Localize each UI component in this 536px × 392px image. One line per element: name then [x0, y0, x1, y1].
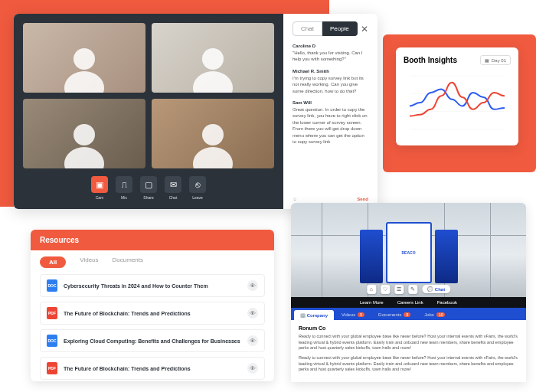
virtual-booth-panel: DEACO ⌂ ♡ ☰ ✎ 💬Chat Learn MoreCareers Li…	[291, 203, 526, 382]
resources-panel: Resources All Videos Documents DOCCybers…	[31, 230, 274, 381]
booth-insights-card: Booth Insights ▦Day 01	[396, 47, 518, 145]
booth-stand[interactable]: DEACO	[360, 222, 458, 283]
control-label: Cam	[96, 195, 104, 200]
svg-point-1	[64, 71, 104, 93]
svg-point-2	[202, 48, 224, 70]
count-badge: 10	[436, 312, 446, 317]
resource-item[interactable]: PDFThe Future of Blockchain: Trends and …	[40, 302, 265, 325]
share-icon: ▢	[140, 176, 157, 193]
message-author: Michael R. Smith	[293, 69, 368, 74]
view-icon[interactable]: 👁	[247, 363, 258, 374]
view-icon[interactable]: 👁	[247, 280, 258, 291]
resources-tab-documents[interactable]: Documents	[113, 256, 143, 268]
resources-tab-videos[interactable]: Videos	[80, 256, 98, 268]
booth-link[interactable]: Facebook	[437, 300, 457, 305]
send-button[interactable]: Send	[357, 197, 368, 201]
day-selector[interactable]: ▦Day 01	[480, 55, 511, 65]
leave-icon: ⎋	[189, 176, 206, 193]
booth-action-icon[interactable]: ☰	[394, 285, 404, 294]
doc-file-icon: DOC	[47, 279, 57, 292]
control-label: Chat	[169, 195, 178, 200]
booth-action-icon[interactable]: ⌂	[367, 285, 376, 294]
count-badge: 5	[358, 312, 364, 317]
resource-item[interactable]: DOCCybersecurity Threats in 2024 and How…	[40, 274, 265, 297]
resource-title: Exploring Cloud Computing: Benefits and …	[64, 338, 241, 344]
mic-button[interactable]: ⎍Mic	[116, 176, 132, 200]
cam-icon: ▣	[91, 176, 108, 193]
insights-title: Booth Insights	[404, 56, 457, 64]
chat-icon: ✉	[165, 176, 181, 193]
svg-point-4	[74, 124, 95, 145]
svg-point-0	[74, 48, 95, 70]
chat-message: Caroline D"Hello, thank you for visiting…	[293, 44, 368, 63]
svg-point-7	[193, 147, 233, 168]
close-icon[interactable]: ✕	[361, 24, 368, 34]
insights-chart	[404, 70, 511, 136]
count-badge: 9	[404, 312, 410, 317]
chat-messages: Caroline D"Hello, thank you for visiting…	[293, 44, 368, 151]
resource-item[interactable]: PDFThe Future of Blockchain: Trends and …	[40, 357, 265, 380]
svg-point-6	[202, 124, 224, 145]
message-author: Caroline D	[293, 44, 368, 48]
call-controls: ▣Cam⎍Mic▢Share✉Chat⎋Leave	[23, 176, 274, 200]
booth-link[interactable]: Careers Link	[397, 300, 423, 305]
booth-action-icon[interactable]: ✎	[408, 285, 417, 294]
calendar-icon: ▦	[485, 57, 489, 63]
resource-title: The Future of Blockchain: Trends and Pre…	[64, 311, 241, 316]
resources-tabs: All Videos Documents	[31, 250, 274, 271]
participant-tile[interactable]	[152, 23, 274, 93]
booth-action-icon[interactable]: ♡	[381, 285, 390, 294]
resource-title: The Future of Blockchain: Trends and Pre…	[64, 366, 241, 371]
emoji-icon[interactable]: ☺	[293, 197, 297, 201]
control-label: Mic	[121, 195, 127, 200]
booth-tab-jobs[interactable]: Jobs10	[418, 310, 451, 320]
control-label: Share	[143, 195, 153, 200]
chat-message: Sam WillGreat question. In order to copy…	[293, 100, 368, 145]
booth-chat-button[interactable]: 💬Chat	[422, 285, 450, 293]
booth-tab-documents[interactable]: Documents9	[372, 310, 417, 320]
booth-tabs: 🏢 CompanyVideos5Documents9Jobs10	[291, 308, 526, 320]
resources-header: Resources	[31, 230, 274, 250]
chat-message: Michael R. SmithI'm trying to copy surve…	[293, 69, 368, 94]
booth-links: Learn MoreCareers LinkFacebook	[291, 297, 526, 308]
message-text: I'm trying to copy survey link but its n…	[293, 75, 368, 94]
booth-description: Ready to connect with your global employ…	[299, 334, 518, 351]
participant-tile[interactable]	[23, 99, 145, 168]
video-call-panel: ▣Cam⎍Mic▢Share✉Chat⎋Leave Chat People ✕ …	[14, 14, 377, 209]
resource-title: Cybersecurity Threats in 2024 and How to…	[64, 283, 241, 289]
leave-button[interactable]: ⎋Leave	[189, 176, 206, 200]
resources-list: DOCCybersecurity Threats in 2024 and How…	[31, 271, 274, 387]
participant-tile[interactable]	[152, 99, 274, 168]
message-author: Sam Will	[293, 100, 368, 105]
doc-file-icon: DOC	[47, 335, 57, 347]
pdf-file-icon: PDF	[47, 362, 57, 374]
view-icon[interactable]: 👁	[247, 335, 258, 346]
view-icon[interactable]: 👁	[247, 308, 258, 318]
resources-tab-all[interactable]: All	[40, 256, 66, 268]
booth-company-name: Ronum Co	[299, 325, 518, 331]
tab-people[interactable]: People	[322, 21, 358, 36]
video-grid: ▣Cam⎍Mic▢Share✉Chat⎋Leave	[14, 14, 283, 209]
participant-tile[interactable]	[23, 23, 145, 93]
svg-point-3	[193, 71, 233, 93]
mic-icon: ⎍	[116, 176, 132, 193]
chat-sidebar: Chat People ✕ Caroline D"Hello, thank yo…	[283, 14, 377, 209]
booth-brand: DEACO	[386, 222, 432, 283]
share-button[interactable]: ▢Share	[140, 176, 157, 200]
booth-hero: DEACO ⌂ ♡ ☰ ✎ 💬Chat	[291, 203, 526, 297]
booth-tab-company[interactable]: 🏢 Company	[294, 310, 334, 320]
booth-description: Ready to connect with your global employ…	[299, 355, 518, 373]
pdf-file-icon: PDF	[47, 307, 57, 319]
chat-icon: 💬	[427, 286, 433, 292]
control-label: Leave	[192, 195, 203, 200]
svg-point-5	[64, 147, 104, 168]
cam-button[interactable]: ▣Cam	[91, 176, 108, 200]
message-text: "Hello, thank you for visiting. Can I he…	[293, 50, 368, 63]
booth-tab-videos[interactable]: Videos5	[335, 310, 371, 320]
message-text: Great question. In order to copy the sur…	[293, 106, 368, 145]
resource-item[interactable]: DOCExploring Cloud Computing: Benefits a…	[40, 329, 265, 352]
booth-link[interactable]: Learn More	[360, 300, 384, 305]
chat-button[interactable]: ✉Chat	[165, 176, 181, 200]
chart-series-line	[410, 90, 505, 109]
tab-chat[interactable]: Chat	[293, 21, 322, 36]
